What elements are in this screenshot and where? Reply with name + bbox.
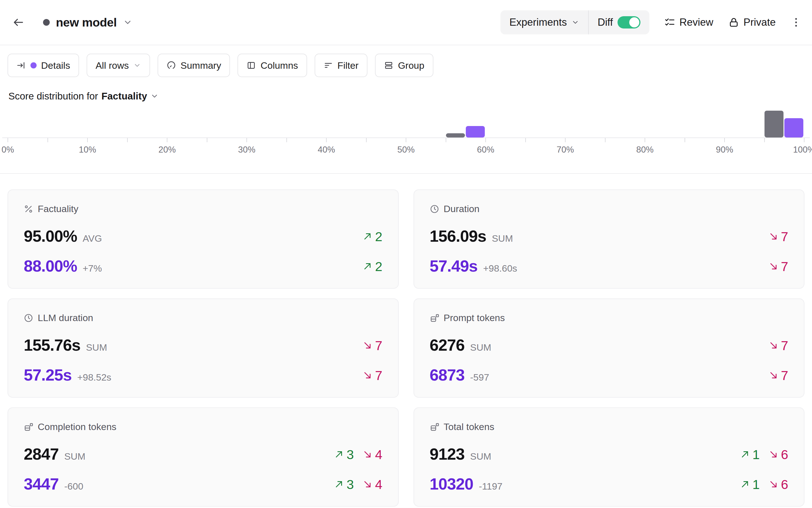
metric-value: 156.09s <box>430 226 486 245</box>
regressions-indicator[interactable]: 4 <box>362 447 382 462</box>
metric-row-baseline: 6276SUM7 <box>430 336 788 354</box>
regression-indicators[interactable]: 16 <box>740 477 788 492</box>
summary-button[interactable]: Summary <box>158 54 230 77</box>
regression-indicators[interactable]: 7 <box>768 368 788 383</box>
regression-indicators[interactable]: 16 <box>740 447 788 462</box>
axis-tick <box>127 138 128 142</box>
metric-card-title: Total tokens <box>444 421 494 432</box>
all-rows-label: All rows <box>95 60 129 71</box>
metric-card[interactable]: Completion tokens 2847SUM343447-60034 <box>7 408 399 507</box>
metric-card[interactable]: Factuality 95.00%AVG288.00%+7%2 <box>7 189 399 289</box>
regressions-indicator[interactable]: 6 <box>768 447 788 462</box>
all-rows-dropdown[interactable]: All rows <box>87 54 150 77</box>
metric-card-title: Prompt tokens <box>444 312 505 323</box>
chevron-down-icon <box>123 17 132 27</box>
private-button[interactable]: Private <box>728 16 776 28</box>
histogram-bar-comparison-experiment[interactable] <box>446 133 465 137</box>
metric-card-title: LLM duration <box>38 312 93 323</box>
metric-suffix: +7% <box>83 263 102 274</box>
histogram-plot <box>8 110 804 137</box>
metric-suffix: SUM <box>86 342 107 353</box>
improvements-indicator[interactable]: 3 <box>334 447 354 462</box>
metric-value: 88.00% <box>24 256 77 275</box>
improvements-indicator[interactable]: 2 <box>362 259 382 274</box>
axis-tick <box>406 138 406 142</box>
axis-tick <box>525 138 526 142</box>
regression-indicators[interactable]: 2 <box>362 229 382 244</box>
filter-label: Filter <box>338 60 359 71</box>
improvements-indicator[interactable]: 2 <box>362 229 382 244</box>
table-toolbar: Details All rows Summary Columns Filter … <box>0 45 812 77</box>
checklist-icon <box>664 16 676 28</box>
diff-toggle[interactable] <box>617 16 640 29</box>
experiment-title-menu[interactable]: new model <box>43 16 132 29</box>
private-label: Private <box>743 16 776 28</box>
top-bar: new model Experiments Diff Review <box>0 0 812 45</box>
x-axis-ticks <box>8 138 804 142</box>
axis-tick-label: 90% <box>716 145 733 155</box>
group-button[interactable]: Group <box>375 54 433 77</box>
improvements-indicator[interactable]: 3 <box>334 477 354 492</box>
metric-value: 10320 <box>430 474 473 493</box>
metric-suffix: +98.52s <box>77 372 111 383</box>
axis-tick <box>87 138 88 142</box>
metric-row-current: 57.25s+98.52s7 <box>24 366 383 384</box>
regressions-indicator[interactable]: 7 <box>768 338 788 353</box>
histogram-bar-current-experiment[interactable] <box>784 118 803 137</box>
regressions-indicator[interactable]: 7 <box>362 338 382 353</box>
metric-row-current: 6873-5977 <box>430 366 788 384</box>
regression-indicators[interactable]: 7 <box>768 229 788 244</box>
histogram-bar-comparison-experiment[interactable] <box>765 111 783 137</box>
clock-icon <box>430 204 439 214</box>
metric-row-current: 10320-119716 <box>430 474 788 493</box>
regression-indicators[interactable]: 7 <box>362 338 382 353</box>
improvements-indicator[interactable]: 1 <box>740 477 760 492</box>
details-button[interactable]: Details <box>7 54 79 77</box>
metric-card[interactable]: LLM duration 155.76sSUM757.25s+98.52s7 <box>7 298 399 397</box>
regressions-indicator[interactable]: 7 <box>768 229 788 244</box>
metric-card[interactable]: Prompt tokens 6276SUM76873-5977 <box>414 298 805 397</box>
more-menu-button[interactable] <box>790 16 802 28</box>
axis-tick-label: 0% <box>2 145 14 155</box>
axis-tick <box>764 138 765 142</box>
metric-suffix: SUM <box>470 342 492 353</box>
regressions-indicator[interactable]: 7 <box>768 259 788 274</box>
metric-row-current: 88.00%+7%2 <box>24 256 383 275</box>
diff-label: Diff <box>598 16 613 28</box>
regressions-indicator[interactable]: 7 <box>362 368 382 383</box>
filter-button[interactable]: Filter <box>315 54 368 77</box>
axis-tick <box>645 138 645 142</box>
regressions-indicator[interactable]: 6 <box>768 477 788 492</box>
axis-tick-label: 20% <box>159 145 176 155</box>
regression-indicators[interactable]: 7 <box>768 338 788 353</box>
regression-indicators[interactable]: 7 <box>768 259 788 274</box>
chevron-down-icon <box>150 92 159 100</box>
axis-tick <box>605 138 605 142</box>
chevron-down-icon <box>571 18 579 26</box>
regression-indicators[interactable]: 2 <box>362 259 382 274</box>
review-button[interactable]: Review <box>664 16 713 28</box>
regression-indicators[interactable]: 7 <box>362 368 382 383</box>
axis-tick-label: 70% <box>557 145 574 155</box>
regressions-indicator[interactable]: 4 <box>362 477 382 492</box>
axis-tick <box>207 138 207 142</box>
metric-suffix: SUM <box>470 451 492 462</box>
back-button[interactable] <box>12 16 25 29</box>
columns-button[interactable]: Columns <box>238 54 307 77</box>
metric-card[interactable]: Duration 156.09sSUM757.49s+98.60s7 <box>414 189 805 289</box>
details-label: Details <box>41 60 70 71</box>
lock-icon <box>728 16 740 28</box>
metric-row-current: 57.49s+98.60s7 <box>430 256 788 275</box>
improvements-indicator[interactable]: 1 <box>740 447 760 462</box>
histogram-bar-current-experiment[interactable] <box>466 126 485 137</box>
metric-suffix: SUM <box>492 233 513 244</box>
experiments-dropdown[interactable]: Experiments <box>501 10 588 34</box>
selected-score-name: Factuality <box>101 90 147 102</box>
regression-indicators[interactable]: 34 <box>334 447 382 462</box>
metric-card-title: Factuality <box>38 203 79 214</box>
score-distribution-selector[interactable]: Score distribution for Factuality <box>8 90 812 102</box>
metric-card[interactable]: Total tokens 9123SUM1610320-119716 <box>414 408 805 507</box>
regressions-indicator[interactable]: 7 <box>768 368 788 383</box>
regression-indicators[interactable]: 34 <box>334 477 382 492</box>
columns-label: Columns <box>260 60 298 71</box>
